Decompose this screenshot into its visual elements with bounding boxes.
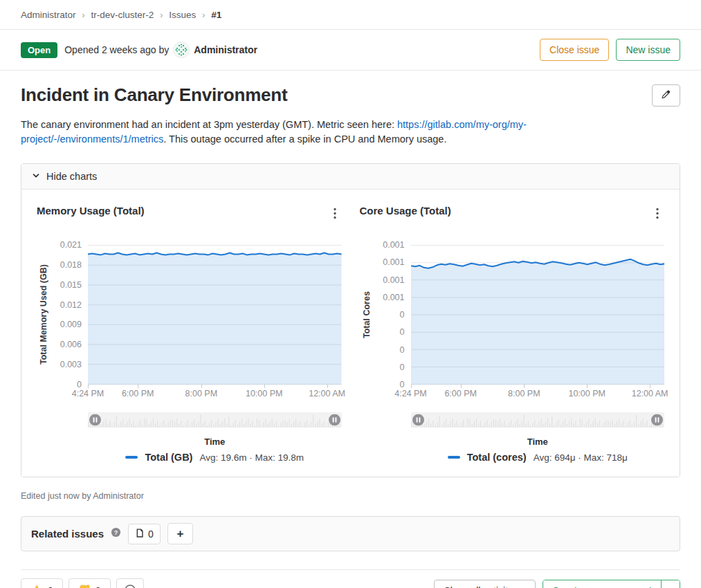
title-row: Incident in Canary Environment (0, 71, 701, 107)
caret-down-icon (667, 586, 674, 588)
x-axis-title: Time (411, 437, 665, 447)
brush-handle-right[interactable] (329, 414, 340, 426)
y-tick-label: 0.001 (374, 257, 405, 268)
x-tick-label: 4:24 PM (72, 389, 104, 398)
brush-handle-left[interactable] (89, 414, 101, 426)
hide-charts-toggle[interactable]: Hide charts (21, 164, 680, 190)
breadcrumb-administrator[interactable]: Administrator (21, 10, 76, 20)
breadcrumb-issues[interactable]: Issues (169, 10, 196, 20)
breadcrumb-project[interactable]: tr-dev-cluster-2 (91, 10, 154, 20)
x-tick-label: 6:00 PM (444, 389, 477, 398)
y-tick-label: 0 (374, 327, 405, 338)
activity-filter-label: Show all activity (444, 585, 513, 588)
brush-handle-right[interactable] (651, 414, 663, 426)
x-tick-mark (524, 385, 525, 388)
close-issue-button[interactable]: Close issue (540, 39, 609, 61)
create-mr-dropdown-toggle[interactable] (661, 580, 680, 588)
pencil-icon (661, 89, 671, 102)
avatar[interactable] (173, 42, 190, 58)
x-axis-ticks: 4:24 PM6:00 PM8:00 PM10:00 PM12:00 AM (88, 385, 342, 401)
x-tick-label: 8:00 PM (508, 389, 540, 398)
add-emoji-button[interactable] (116, 578, 144, 588)
x-tick-mark (201, 385, 202, 388)
chart-title: Memory Usage (Total) (37, 205, 145, 217)
related-issues-count-badge: 0 (128, 524, 161, 544)
metrics-chart-memory: Memory Usage (Total)Total Memory Used (G… (37, 205, 342, 463)
identicon (174, 42, 189, 57)
y-axis-label: Total Cores (362, 245, 372, 385)
footer-right: Show all activity Create merge request (434, 580, 680, 588)
y-tick-label: 0.009 (51, 319, 82, 330)
breadcrumb-separator: › (82, 10, 85, 20)
add-related-issue-button[interactable]: + (167, 523, 193, 544)
x-tick-mark (88, 385, 89, 388)
x-tick-mark (138, 385, 138, 388)
y-tick-label: 0.003 (51, 359, 82, 370)
help-icon[interactable]: ? (111, 527, 121, 540)
related-issues-title: Related issues (31, 528, 104, 540)
thumbs-down-count: 0 (95, 585, 101, 588)
time-range-brush[interactable] (411, 412, 665, 428)
thumbs-up-count: 0 (48, 585, 53, 588)
issue-description: The canary environment had an incident a… (0, 107, 682, 147)
y-tick-label: 0.001 (374, 292, 405, 303)
x-tick-label: 10:00 PM (246, 389, 283, 398)
chart-menu-button[interactable] (650, 205, 664, 224)
legend-swatch (448, 456, 460, 459)
related-issues-count: 0 (148, 529, 154, 540)
edited-note: Edited just now by Administrator (0, 477, 701, 501)
chart-title: Core Usage (Total) (360, 205, 451, 217)
x-tick-label: 8:00 PM (185, 389, 218, 398)
x-tick-label: 12:00 AM (309, 389, 345, 398)
chevron-down-icon (32, 171, 40, 182)
issue-status-bar: Open Opened 2 weeks ago by Administrator… (0, 30, 701, 71)
breadcrumb: Administrator › tr-dev-cluster-2 › Issue… (0, 0, 701, 30)
y-tick-label: 0.001 (374, 275, 405, 286)
thumbs-down-button[interactable]: 0 (69, 578, 111, 588)
kebab-menu-icon (656, 211, 659, 221)
metrics-charts-panel: Hide charts Memory Usage (Total)Total Me… (21, 163, 680, 477)
breadcrumb-issue-number[interactable]: #1 (211, 10, 221, 20)
legend-swatch (125, 456, 138, 459)
award-emoji-group: 0 0 (21, 578, 144, 588)
svg-text:?: ? (114, 529, 118, 536)
header-actions: Close issue New issue (540, 39, 680, 61)
related-issues-panel: Related issues ? 0 + (21, 516, 680, 551)
hide-charts-label: Hide charts (46, 171, 97, 182)
thumbs-up-button[interactable]: 0 (21, 578, 63, 588)
time-range-brush[interactable] (88, 412, 342, 428)
thumbs-down-icon (78, 584, 90, 588)
y-axis-label: Total Memory Used (GB) (39, 245, 48, 385)
thumbs-up-icon (30, 584, 42, 588)
author-name[interactable]: Administrator (194, 44, 257, 55)
y-tick-label: 0.018 (51, 259, 82, 270)
y-tick-label: 0.015 (51, 279, 82, 291)
y-axis-ticks: 0.0210.0180.0150.0120.0090.0060.0030 (51, 245, 88, 385)
chart-legend: Total (GB)Avg: 19.6m · Max: 19.8m (88, 452, 342, 463)
description-text: The canary environment had an incident a… (21, 119, 397, 130)
y-tick-label: 0.006 (51, 339, 82, 350)
x-tick-mark (327, 385, 328, 388)
x-tick-label: 12:00 AM (632, 389, 668, 398)
issue-document-icon (135, 528, 145, 540)
page-title: Incident in Canary Environment (21, 84, 652, 106)
activity-filter-dropdown[interactable]: Show all activity (434, 580, 536, 588)
legend-series-stats: Avg: 694μ · Max: 718μ (534, 452, 628, 463)
chart-legend: Total (cores)Avg: 694μ · Max: 718μ (411, 452, 665, 463)
x-tick-label: 4:24 PM (394, 389, 427, 398)
y-axis-ticks: 0.0010.0010.0010.00100000 (374, 245, 411, 385)
x-tick-mark (587, 385, 588, 388)
create-mr-split-button: Create merge request (543, 580, 680, 588)
brush-handle-left[interactable] (412, 414, 424, 426)
chart-menu-button[interactable] (328, 205, 342, 224)
status-badge: Open (21, 42, 57, 58)
opened-text: Opened 2 weeks ago by (64, 44, 169, 55)
new-issue-button[interactable]: New issue (616, 39, 680, 61)
smiley-icon (124, 584, 136, 588)
create-merge-request-button[interactable]: Create merge request (543, 580, 661, 588)
edit-title-button[interactable] (652, 84, 680, 107)
description-text: . This outage occurred after a spike in … (163, 134, 446, 145)
x-tick-mark (650, 385, 650, 388)
footer-actions: 0 0 Show all activity C (0, 570, 701, 588)
x-tick-label: 10:00 PM (568, 389, 606, 398)
